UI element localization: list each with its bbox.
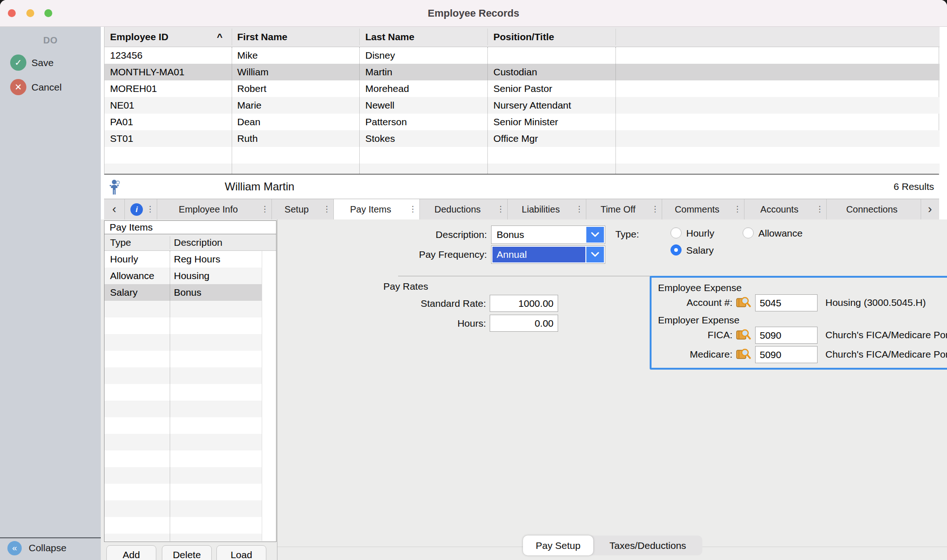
tabs-scroll-right-button[interactable]: › — [921, 199, 939, 219]
tab-drag-handle-icon[interactable]: ⋮ — [323, 199, 331, 219]
add-button[interactable]: Add — [106, 545, 156, 560]
pay-item-row[interactable]: Allowance Housing — [105, 268, 262, 284]
cell-first-name: William — [237, 64, 269, 80]
tab-deductions[interactable]: Deductions ⋮ — [420, 199, 508, 219]
save-button[interactable]: ✓ Save — [0, 54, 101, 72]
description-dropdown[interactable]: Bonus — [491, 225, 605, 244]
tab-pay-items[interactable]: Pay Items ⋮ — [334, 199, 420, 219]
cell-last-name: Newell — [365, 97, 394, 114]
fica-label: FICA: — [679, 327, 732, 343]
tab-drag-handle-icon[interactable]: ⋮ — [651, 199, 659, 219]
cell-employee-id: 123456 — [110, 47, 142, 64]
fica-account-input[interactable] — [755, 327, 818, 344]
delete-button[interactable]: Delete — [162, 545, 212, 560]
cell-position-title: Custodian — [493, 64, 537, 80]
radio-allowance[interactable] — [743, 227, 754, 238]
medicare-description: Church's FICA/Medicare Portion (3000.509… — [825, 346, 947, 363]
cancel-button[interactable]: ✕ Cancel — [0, 78, 101, 97]
cell-position-title: Senior Pastor — [493, 80, 552, 97]
tab-drag-handle-icon[interactable]: ⋮ — [733, 199, 741, 219]
pay-items-scrollbar-gutter[interactable] — [262, 251, 276, 541]
tab-drag-handle-icon[interactable]: ⋮ — [409, 199, 417, 219]
tab-comments[interactable]: Comments ⋮ — [662, 199, 744, 219]
tab-accounts[interactable]: Accounts ⋮ — [744, 199, 827, 219]
save-button-label: Save — [31, 54, 54, 72]
fica-description: Church's FICA/Medicare Portion (3000.509… — [825, 327, 947, 343]
radio-hourly[interactable] — [670, 227, 682, 238]
radio-salary-selected[interactable] — [670, 244, 682, 256]
pay-item-detail-panel: Description: Bonus Pay Frequency: Annual… — [277, 219, 947, 560]
column-header-type[interactable]: Type — [110, 234, 131, 251]
tab-label: Deductions — [420, 199, 495, 219]
tab-time-off[interactable]: Time Off ⋮ — [586, 199, 662, 219]
table-row[interactable]: 123456 Mike Disney — [105, 47, 940, 64]
column-header-description[interactable]: Description — [174, 234, 222, 251]
account-description: Housing (3000.5045.H) — [825, 294, 926, 311]
tab-connections[interactable]: Connections — [827, 199, 921, 219]
collapse-button-label: Collapse — [29, 540, 67, 556]
standard-rate-label: Standard Rate: — [416, 295, 486, 312]
pay-item-row-selected[interactable]: Salary Bonus — [105, 284, 262, 301]
chevron-down-icon[interactable] — [586, 247, 604, 262]
account-lookup-icon[interactable] — [736, 328, 751, 342]
cell-employee-id: NE01 — [110, 97, 135, 114]
cell-position-title: Nursery Attendant — [493, 97, 571, 114]
tab-employee-info[interactable]: Employee Info ⋮ — [157, 199, 272, 219]
tab-label: Pay Items — [334, 199, 407, 219]
table-row[interactable]: ST01 Ruth Stokes Office Mgr — [105, 130, 940, 147]
pay-frequency-dropdown[interactable]: Annual — [491, 245, 605, 264]
tabs-scroll-left-button[interactable]: ‹ — [104, 199, 125, 219]
window-title: Employee Records — [0, 0, 947, 27]
cell-employee-id: ST01 — [110, 130, 133, 147]
pay-item-row[interactable]: Hourly Reg Hours — [105, 251, 262, 268]
cell-first-name: Dean — [237, 114, 260, 130]
column-header-first-name[interactable]: First Name — [237, 27, 288, 47]
tab-pay-setup[interactable]: Pay Setup — [523, 536, 593, 555]
table-row[interactable]: NE01 Marie Newell Nursery Attendant — [105, 97, 940, 114]
column-header-last-name[interactable]: Last Name — [365, 27, 414, 47]
tab-setup[interactable]: Setup ⋮ — [272, 199, 334, 219]
tab-drag-handle-icon[interactable]: ⋮ — [497, 199, 504, 219]
selected-employee-name: William Martin — [225, 175, 295, 199]
tab-drag-handle-icon[interactable]: ⋮ — [261, 199, 269, 219]
standard-rate-input[interactable] — [490, 295, 558, 312]
account-number-input[interactable] — [755, 294, 818, 311]
sort-ascending-icon[interactable]: ^ — [217, 27, 222, 47]
employer-expense-header: Employer Expense — [658, 314, 739, 327]
cell-position-title: Senior Minister — [493, 114, 558, 130]
person-icon — [108, 179, 122, 195]
cell-position-title: Office Mgr — [493, 130, 538, 147]
tab-label: Connections — [827, 199, 917, 219]
table-row[interactable]: MOREH01 Robert Morehead Senior Pastor — [105, 80, 940, 97]
chevron-down-icon[interactable] — [586, 227, 604, 243]
tab-drag-handle-icon[interactable]: ⋮ — [816, 199, 824, 219]
pay-frequency-value: Annual — [492, 247, 585, 262]
tab-taxes-deductions[interactable]: Taxes/Deductions — [593, 536, 702, 555]
tab-label: Employee Info — [157, 199, 259, 219]
pay-items-pane: Pay Items Type Description Hourly Reg Ho… — [101, 219, 947, 560]
employee-table: Employee ID ^ First Name Last Name Posit… — [104, 27, 939, 175]
cell-employee-id: MOREH01 — [110, 80, 157, 97]
radio-salary-label[interactable]: Salary — [686, 244, 714, 257]
hours-input[interactable] — [490, 315, 558, 332]
expense-accounts-group: Employee Expense Account #: Housing (300… — [650, 276, 947, 370]
column-header-employee-id[interactable]: Employee ID — [110, 27, 168, 47]
medicare-label: Medicare: — [679, 346, 732, 363]
employee-table-header: Employee ID ^ First Name Last Name Posit… — [105, 27, 940, 47]
table-row-selected[interactable]: MONTHLY-MA01 William Martin Custodian — [105, 64, 940, 80]
tab-label: Setup — [272, 199, 321, 219]
radio-hourly-label[interactable]: Hourly — [686, 227, 714, 240]
radio-allowance-label[interactable]: Allowance — [758, 227, 803, 240]
account-lookup-icon[interactable] — [736, 296, 751, 310]
tab-info[interactable]: i ⋮ — [125, 199, 157, 219]
column-header-position-title[interactable]: Position/Title — [493, 27, 554, 47]
load-button[interactable]: Load — [216, 545, 266, 560]
table-row[interactable]: PA01 Dean Patterson Senior Minister — [105, 114, 940, 130]
tab-drag-handle-icon[interactable]: ⋮ — [575, 199, 583, 219]
tab-drag-handle-icon[interactable]: ⋮ — [146, 199, 154, 219]
tab-liabilities[interactable]: Liabilities ⋮ — [508, 199, 586, 219]
cell-last-name: Martin — [365, 64, 392, 80]
account-lookup-icon[interactable] — [736, 347, 751, 361]
medicare-account-input[interactable] — [755, 346, 818, 363]
pay-items-panel-title: Pay Items — [104, 220, 277, 234]
